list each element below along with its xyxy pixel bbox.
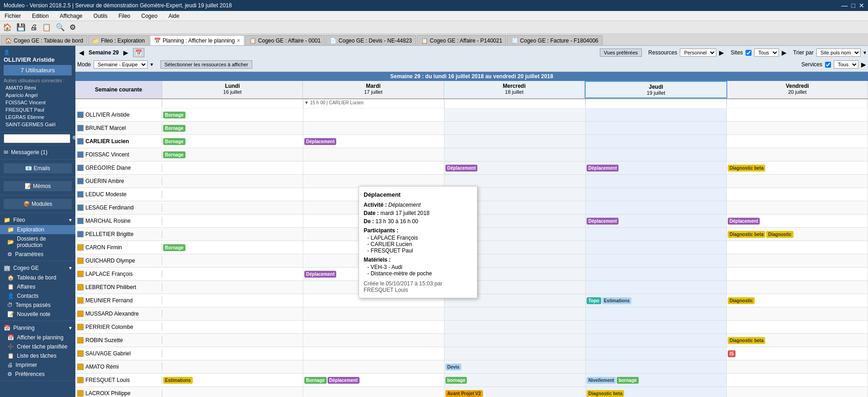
person-day-cell[interactable] [303,122,445,134]
person-day-cell[interactable] [445,122,586,134]
sidebar-item-liste-taches[interactable]: 📋 Liste des tâches [0,351,75,360]
task-block[interactable]: Déplacement [728,218,760,225]
sidebar-item-temps-passes[interactable]: ⏱ Temps passés [0,300,75,310]
task-block[interactable]: Topo [587,297,601,304]
toolbar-icon-3[interactable]: 🖨 [29,22,38,32]
task-block[interactable]: bornage [617,377,638,384]
mode-dropdown-icon[interactable]: ▾ [150,61,153,68]
person-day-cell[interactable] [445,347,586,360]
services-checkbox[interactable] [825,62,831,68]
person-day-cell[interactable] [586,321,727,333]
sidebar-item-affaires[interactable]: 📋 Affaires [0,282,75,291]
sites-checkbox[interactable] [746,50,752,56]
task-block[interactable]: Diagnostic [766,231,793,238]
menu-fichier[interactable]: Fichier [2,12,24,20]
task-block[interactable]: Bornage [163,138,185,145]
person-day-cell[interactable] [586,201,727,214]
task-block[interactable]: Déplacement [587,218,619,225]
sidebar-item-preferences[interactable]: ⚙ Préférences [0,370,75,379]
person-day-cell[interactable] [162,175,303,188]
connected-user-2[interactable]: Aparicio Angel [4,91,72,99]
tab-exploration[interactable]: 📁 Fileo : Exploration [88,35,149,45]
task-block[interactable]: Bornage [163,244,185,251]
person-day-cell[interactable]: Déplacement [586,215,727,227]
tab-close-btn[interactable]: ✕ [237,38,240,43]
person-day-cell[interactable] [586,268,727,280]
person-day-cell[interactable] [586,122,727,134]
toolbar-icon-5[interactable]: 🔍 [55,22,66,32]
task-block[interactable]: Diagnostic beta [728,165,765,172]
task-block[interactable]: Avant Projet V2 [445,390,483,397]
person-day-cell[interactable]: Avant Projet V2 [445,387,586,397]
person-day-cell[interactable]: Déplacement [727,215,868,227]
sidebar-item-parametres-fileo[interactable]: ⚙ Paramètres [0,250,75,259]
menu-edition[interactable]: Edition [29,12,52,20]
menu-affichage[interactable]: Affichage [57,12,85,20]
messagerie-header[interactable]: ✉ Messagerie (1) [0,147,75,157]
person-day-cell[interactable] [727,268,868,280]
arrow-right-services[interactable]: ▶ [861,61,866,68]
person-day-cell[interactable]: Bornage [162,135,303,148]
person-day-cell[interactable] [162,161,303,174]
planning-header[interactable]: 📅 Planning ▾ [0,323,75,333]
trier-select[interactable]: Site puis nom [816,48,861,57]
connected-user-3[interactable]: FOISSAC Vincent [4,99,72,106]
task-block[interactable]: Déplacement [445,165,477,172]
person-day-cell[interactable] [586,360,727,373]
person-day-cell[interactable]: Déplacement [303,135,445,148]
sites-select[interactable]: Tous [754,48,779,57]
sidebar-item-dossiers[interactable]: 📂 Dossiers de production [0,234,75,250]
task-block[interactable]: Déplacement [304,138,336,145]
tab-devis[interactable]: 📄 Cogeo GE : Devis - NE-44823 [326,35,416,45]
person-day-cell[interactable] [445,148,586,161]
person-day-cell[interactable] [162,188,303,201]
cogeo-ge-header[interactable]: 🏢 Cogeo GE ▾ [0,263,75,273]
person-day-cell[interactable] [162,294,303,307]
person-day-cell[interactable] [162,254,303,267]
person-day-cell[interactable]: Devis [445,360,586,373]
person-day-cell[interactable] [586,148,727,161]
arrow-right-sites[interactable]: ▶ [782,49,787,56]
person-day-cell[interactable]: TopoEstimations [586,294,727,307]
modules-btn[interactable]: 📦 Modules [4,199,72,209]
task-block[interactable]: Nivellement [587,377,616,384]
person-day-cell[interactable] [586,307,727,320]
toolbar-icon-1[interactable]: 🏠 [2,22,13,32]
person-day-cell[interactable] [586,347,727,360]
person-day-cell[interactable] [303,307,445,320]
task-block[interactable]: Déplacement [587,165,619,172]
connected-user-5[interactable]: LEGRAS Etienne [4,113,72,121]
person-day-cell[interactable] [586,241,727,254]
toolbar-icon-4[interactable]: 📋 [41,22,52,32]
tab-planning[interactable]: 📅 Planning : Afficher le planning ✕ [150,35,244,45]
person-day-cell[interactable]: IS [727,347,868,360]
person-day-cell[interactable] [445,321,586,333]
minimize-btn[interactable]: — [842,2,848,9]
person-day-cell[interactable] [727,108,868,121]
person-day-cell[interactable]: Diagnostic [727,294,868,307]
mode-select[interactable]: Semaine - Equipe [94,60,148,69]
person-day-cell[interactable]: Estimations [162,374,303,386]
person-day-cell[interactable] [162,387,303,397]
person-day-cell[interactable] [303,321,445,333]
connected-user-6[interactable]: SAINT-GERMES Gaël [4,121,72,128]
person-day-cell[interactable] [586,228,727,241]
person-day-cell[interactable] [303,161,445,174]
person-day-cell[interactable] [303,175,445,188]
person-day-cell[interactable] [445,175,586,188]
fileo-header[interactable]: 📁 Fileo ▾ [0,215,75,225]
menu-aide[interactable]: Aide [166,12,182,20]
task-block[interactable]: Estimations [163,377,193,384]
task-block[interactable]: Bornage [163,112,185,118]
person-day-cell[interactable] [727,241,868,254]
sidebar-item-exploration[interactable]: 📁 Exploration [0,225,75,234]
vues-preferees-btn[interactable]: Vues préférées [600,48,642,57]
person-day-cell[interactable] [727,387,868,397]
person-day-cell[interactable] [162,215,303,227]
person-day-cell[interactable]: Bornage [162,148,303,161]
person-day-cell[interactable]: Déplacement [586,161,727,174]
person-day-cell[interactable] [586,135,727,148]
task-block[interactable]: Bornage [163,151,185,158]
arrow-right-resources[interactable]: ▶ [719,49,724,56]
sidebar-search-input[interactable] [4,134,70,143]
